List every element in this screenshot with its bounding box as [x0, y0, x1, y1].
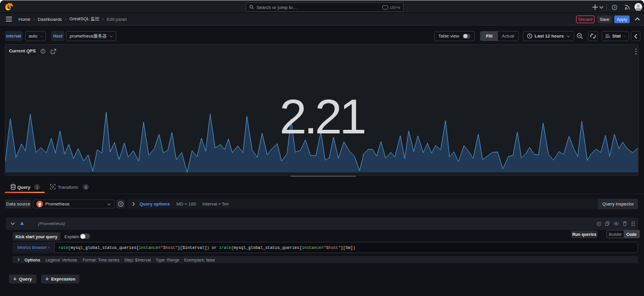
svg-text:?: ?	[119, 202, 122, 206]
svg-text:?: ?	[614, 6, 616, 10]
svg-text:12.4: 12.4	[605, 34, 609, 36]
